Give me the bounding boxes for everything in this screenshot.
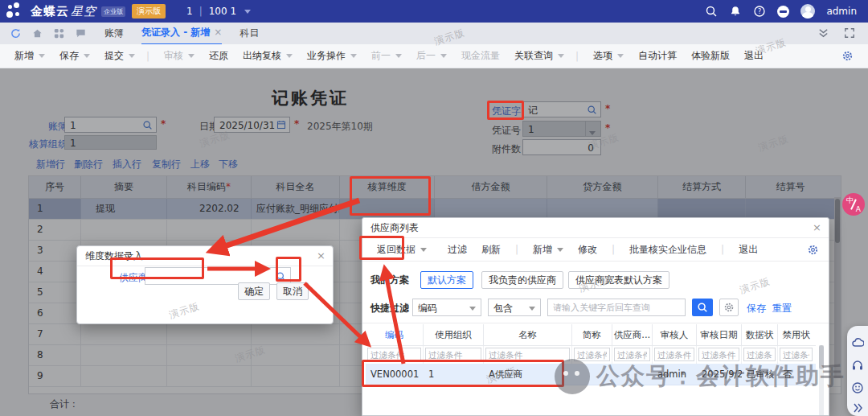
scheme-my-suppliers[interactable]: 我负责的供应商 [481,271,563,289]
toolbar-save[interactable]: 保存 [59,49,90,63]
col-forbid-status[interactable]: 禁用状态 [778,324,814,345]
ok-button[interactable]: 确定 [238,282,270,300]
toolbar-cashier-review[interactable]: 出纳复核 [243,49,293,63]
app-window: 金蝶云星空 企业版 演示版 1|100 1 ? admin 账簿 凭证录入 - … [0,0,868,416]
supplier-code-link[interactable]: VEN00001 [366,364,424,385]
toolbar-separator: | [515,244,518,255]
filter-settings-button[interactable] [719,299,739,316]
scheme-default[interactable]: 默认方案 [420,271,473,289]
dialog-title: 维度数据录入 [77,246,333,266]
avatar[interactable] [800,4,815,19]
gear-icon[interactable] [841,50,854,62]
toolbar-audit[interactable]: 审核 [164,49,194,63]
supplier-toolbar: 返回数据 过滤 刷新 | 新增 修改 | 批量核实企业信息 | 退出 [362,238,829,262]
toolbar-restore[interactable]: 还原 [209,49,228,63]
filter-audit-date-input[interactable] [698,348,739,361]
toolbar-auto-calc[interactable]: 自动计算 [638,49,677,63]
chevron-down-icon [350,54,357,58]
filter-use-org-input[interactable] [425,348,481,361]
filter-button[interactable]: 过滤 [448,243,467,257]
toolbar-try-new[interactable]: 体验新版 [691,49,730,63]
do-not-disturb-icon[interactable] [777,6,789,18]
chevron-down-icon [529,307,535,311]
toolbar-cash-flow[interactable]: 现金流量 [461,49,500,63]
close-tab-icon[interactable]: × [214,27,222,38]
supplier-row[interactable]: VEN00001 1 A供应商 admin 2025/9/26 已审核 否 [366,364,816,385]
toolbar-exit[interactable]: 退出 [744,49,764,63]
brand-name: 金蝶云星空 [31,4,96,19]
smiley-icon[interactable] [851,381,864,394]
chevron-down-icon [244,10,251,14]
col-supplier[interactable]: 供应商... [612,324,653,345]
close-icon[interactable]: × [813,221,821,233]
refresh-button[interactable]: 刷新 [481,243,501,257]
filter-operator-select[interactable]: 包含 [488,299,541,316]
tab-ledger[interactable]: 账簿 [104,23,124,44]
toolbar-related-query[interactable]: 关联查询 [514,49,564,63]
filter-data-status-input[interactable] [743,348,776,361]
filter-code-input[interactable] [367,348,421,361]
return-data-button[interactable]: 返回数据 [377,243,427,257]
dimension-entry-dialog: 维度数据录入 × 供应商 确定 取消 [76,245,334,324]
sync-icon[interactable] [10,27,22,39]
toolbar-next[interactable]: 后一 [416,49,447,63]
scheme-row: 我的方案 默认方案 我负责的供应商 供应商宽表默认方案 [362,268,829,292]
exit-button[interactable]: 退出 [739,243,758,257]
help-icon[interactable]: ? [753,5,766,18]
chevron-double-right-icon[interactable] [851,402,864,414]
scheme-wide-table[interactable]: 供应商宽表默认方案 [568,271,669,289]
filter-field-select[interactable]: 编码 [412,299,481,316]
toolbar-business-ops[interactable]: 业务操作 [307,49,357,63]
toolbar-options[interactable]: 选项 [593,49,624,63]
headset-icon[interactable] [851,359,864,372]
supplier-table-scrollbar[interactable] [819,345,824,416]
cloud-icon[interactable] [851,336,864,349]
batch-verify-button[interactable]: 批量核实企业信息 [629,243,706,257]
cancel-button[interactable]: 取消 [276,282,309,300]
username[interactable]: admin [826,6,857,17]
close-icon[interactable]: × [317,249,326,262]
voucher-toolbar: 新增 保存 提交 | 审核 还原 出纳复核 业务操作 前一 后一 现金流量 关联… [0,44,868,68]
search-button[interactable] [692,299,713,316]
toolbar-separator: | [575,51,579,62]
gear-icon[interactable] [807,244,819,256]
notification-bell-icon[interactable] [729,5,742,18]
keyword-input[interactable] [547,299,686,316]
home-icon[interactable] [31,27,43,39]
tab-accounts[interactable]: 科目 [240,23,259,44]
tab-voucher-entry[interactable]: 凭证录入 - 新增× [141,22,222,45]
my-scheme-label: 我的方案 [371,274,409,287]
filter-short-name-input[interactable] [574,348,610,361]
toolbar-new[interactable]: 新增 [14,49,45,63]
save-filter-link[interactable]: 保存 [747,302,766,315]
col-audit-date[interactable]: 审核日期 [697,324,742,345]
search-icon[interactable] [276,271,286,282]
col-name[interactable]: 名称 [484,324,572,345]
filter-forbid-status-input[interactable] [780,348,813,361]
fullscreen-icon[interactable] [844,27,855,39]
modify-button[interactable]: 修改 [578,243,597,257]
col-auditor[interactable]: 审核人 [653,324,697,345]
filter-name-input[interactable] [485,348,570,361]
col-short-name[interactable]: 简称 [572,324,612,345]
filter-supplier-input[interactable] [614,348,650,361]
col-code[interactable]: 编码 [366,324,424,345]
filter-auditor-input[interactable] [654,348,694,361]
org-switcher[interactable]: 1|100 1 [186,6,251,17]
chevron-down-icon [440,54,447,58]
col-use-org[interactable]: 使用组织 [424,324,484,345]
search-icon[interactable] [705,5,718,18]
helper-panel [847,326,868,416]
toolbar-submit[interactable]: 提交 [104,49,135,63]
new-button[interactable]: 新增 [533,243,563,257]
apps-grid-icon[interactable] [53,27,65,39]
translate-float-button[interactable]: 中A [842,193,865,216]
gear-icon [723,302,735,313]
chat-icon[interactable] [75,27,87,39]
toolbar-previous[interactable]: 前一 [371,49,402,63]
col-data-status[interactable]: 数据状态 [742,324,778,345]
supplier-field-label: 供应商 [119,271,148,285]
demo-badge: 演示版 [132,4,166,19]
reset-filter-link[interactable]: 重置 [772,302,792,315]
collapse-double-chevron-icon[interactable] [817,27,829,39]
